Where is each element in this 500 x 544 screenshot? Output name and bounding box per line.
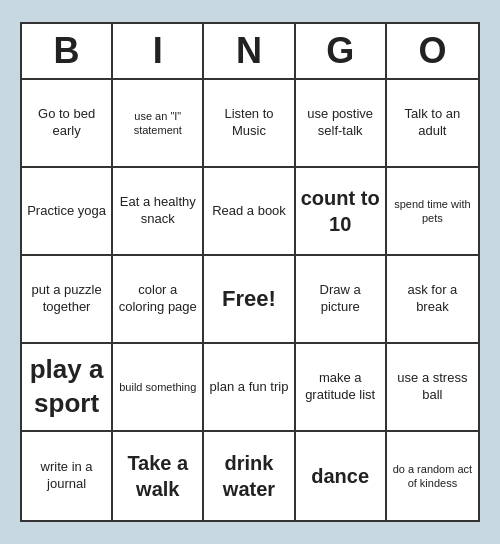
header-letter: G [296, 24, 387, 78]
bingo-cell: Listen to Music [204, 80, 295, 168]
bingo-cell: Practice yoga [22, 168, 113, 256]
bingo-cell: Take a walk [113, 432, 204, 520]
header-letter: I [113, 24, 204, 78]
bingo-cell: dance [296, 432, 387, 520]
bingo-cell: use an "I" statement [113, 80, 204, 168]
bingo-cell: use postive self-talk [296, 80, 387, 168]
bingo-cell: write in a journal [22, 432, 113, 520]
bingo-cell: plan a fun trip [204, 344, 295, 432]
bingo-cell: build something [113, 344, 204, 432]
header-letter: O [387, 24, 478, 78]
bingo-cell: put a puzzle together [22, 256, 113, 344]
bingo-cell: Go to bed early [22, 80, 113, 168]
bingo-cell: use a stress ball [387, 344, 478, 432]
bingo-cell: color a coloring page [113, 256, 204, 344]
bingo-cell: count to 10 [296, 168, 387, 256]
bingo-cell: Draw a picture [296, 256, 387, 344]
bingo-header: BINGO [22, 24, 478, 80]
bingo-cell: do a random act of kindess [387, 432, 478, 520]
bingo-cell: play a sport [22, 344, 113, 432]
bingo-cell: spend time with pets [387, 168, 478, 256]
bingo-cell: Talk to an adult [387, 80, 478, 168]
header-letter: N [204, 24, 295, 78]
bingo-grid: Go to bed earlyuse an "I" statementListe… [22, 80, 478, 520]
bingo-cell: make a gratitude list [296, 344, 387, 432]
bingo-cell: Free! [204, 256, 295, 344]
header-letter: B [22, 24, 113, 78]
bingo-cell: Read a book [204, 168, 295, 256]
bingo-cell: Eat a healthy snack [113, 168, 204, 256]
bingo-cell: ask for a break [387, 256, 478, 344]
bingo-card: BINGO Go to bed earlyuse an "I" statemen… [20, 22, 480, 522]
bingo-cell: drink water [204, 432, 295, 520]
